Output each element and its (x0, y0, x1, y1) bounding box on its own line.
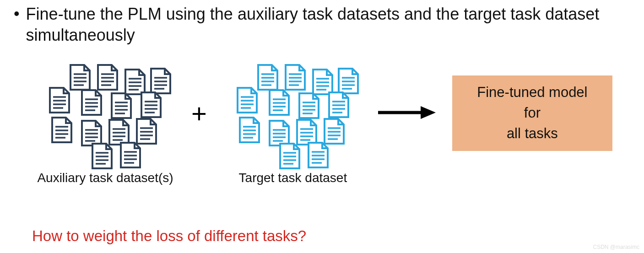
document-icon (278, 143, 301, 171)
document-icon (307, 142, 330, 170)
document-icon (110, 92, 133, 121)
target-caption: Target task dataset (239, 171, 347, 185)
bullet-point: • Fine-tune the PLM using the auxiliary … (14, 4, 630, 46)
document-icon (96, 64, 119, 92)
arrow-icon (377, 103, 437, 124)
auxiliary-dataset-block: Auxiliary task dataset(s) (37, 64, 174, 185)
bullet-dot: • (14, 4, 20, 23)
document-icon (327, 92, 350, 120)
document-icon (50, 117, 73, 145)
model-box-line2: for (524, 103, 541, 124)
diagram-row: Auxiliary task dataset(s) + (37, 64, 626, 185)
document-icon (140, 92, 162, 120)
auxiliary-caption: Auxiliary task dataset(s) (37, 171, 173, 185)
document-icon (48, 87, 71, 115)
question-text: How to weight the loss of different task… (32, 227, 306, 245)
target-dataset-block: Target task dataset (224, 64, 362, 185)
watermark: CSDN @marasimc (593, 244, 639, 250)
document-icon (236, 87, 259, 115)
document-icon (298, 92, 320, 121)
bullet-text: Fine-tune the PLM using the auxiliary ta… (26, 4, 630, 46)
model-output-box: Fine-tuned model for all tasks (452, 75, 612, 151)
model-box-line1: Fine-tuned model (477, 82, 587, 103)
document-icon (238, 117, 261, 145)
document-icon (268, 89, 291, 118)
plus-icon: + (191, 98, 207, 129)
document-icon (284, 64, 307, 92)
document-icon (80, 89, 103, 118)
document-icon (119, 142, 142, 170)
auxiliary-doc-cluster (37, 64, 174, 167)
svg-marker-113 (421, 106, 436, 119)
document-icon (69, 64, 92, 92)
document-icon (91, 143, 114, 171)
model-box-line3: all tasks (507, 124, 558, 144)
document-icon (256, 64, 279, 92)
target-doc-cluster (224, 64, 362, 167)
